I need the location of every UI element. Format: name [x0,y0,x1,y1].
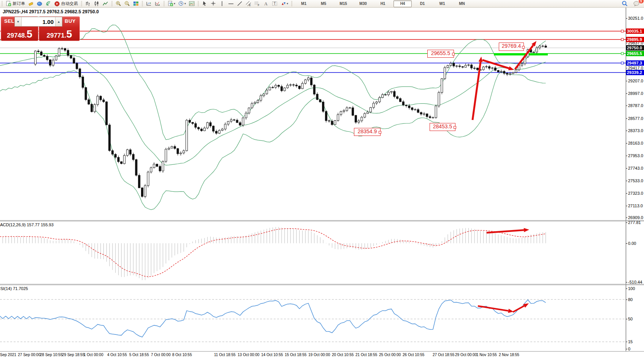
candlestick-mode-button[interactable] [92,0,101,7]
horizontal-line-tool-button[interactable] [227,0,235,7]
pane-separator[interactable] [0,220,644,221]
macd-axis-tick: 0.00 [628,241,636,246]
highlighter-button[interactable] [27,0,35,7]
date-label: 26 Oct 10:55 [403,353,424,357]
toolbar-grip[interactable] [198,1,199,6]
toolbar-grip[interactable] [291,1,292,6]
equidistant-channel-tool-button[interactable]: E [244,0,253,7]
chart-symbol-line: JPN225-,H4 29717.5 29762.5 29682.5 29750… [3,9,99,14]
trendline-tool-button[interactable] [235,0,244,7]
svg-text:F: F [258,4,259,6]
notification-badge: 1 [638,0,644,4]
search-button[interactable] [620,0,630,7]
timeframe-bar: M1M5M15M30H1H4D1W1MN [294,0,472,7]
price-tick: 28787.0 [628,103,643,108]
new-order-icon [6,1,11,6]
date-label: 21 Oct 18:55 [355,353,377,357]
price-callout-29655.5[interactable]: 29655.5 [427,50,454,58]
bar-chart-mode-button[interactable] [84,0,92,7]
add-indicator-button[interactable]: ▾ [166,0,177,7]
timeframe-M30[interactable]: M30 [354,0,372,7]
volume-increase-button[interactable]: ▲ [55,17,62,26]
price-callout-28453.5[interactable]: 28453.5 [430,123,455,131]
date-label: 4 Oct 10:55 [107,353,127,357]
chevron-down-icon: ▾ [287,2,288,5]
new-order-button[interactable]: 新订单 [4,0,27,7]
price-callout-28354.9[interactable]: 28354.9 [354,128,381,136]
templates-button[interactable] [187,0,196,7]
macd-canvas[interactable] [0,221,626,284]
date-label: 20 Oct 10:55 [332,353,354,357]
cursor-tool-button[interactable] [200,0,209,7]
fibonacci-tool-button[interactable]: F [253,0,262,7]
notifications-button[interactable]: 1 [632,0,642,7]
tile-windows-button[interactable] [132,0,140,7]
toolbar-grip[interactable] [142,1,143,6]
new-order-label: 新订单 [13,1,25,6]
signal-button[interactable] [44,0,53,7]
arrows-tool-button[interactable]: ▾ [279,0,290,7]
timeframe-H4[interactable]: H4 [393,0,412,7]
date-label: 27 Oct 18:55 [433,353,454,357]
zoom-in-button[interactable] [114,0,123,7]
trendline-icon [237,1,243,6]
toolbar-grip[interactable] [111,1,113,6]
price-chart-canvas[interactable] [0,8,626,220]
depth-of-market-button[interactable] [35,0,44,7]
timeframe-MN[interactable]: MN [453,0,471,7]
crosshair-tool-button[interactable] [209,0,218,7]
vertical-line-icon [219,1,225,6]
autotrading-button[interactable]: 自动交易 [53,0,79,7]
rsi-axis-tick: 100 [628,286,635,291]
timeframe-M15[interactable]: M15 [334,0,352,7]
timeframe-M1[interactable]: M1 [295,0,313,7]
arrow-shapes-icon [281,1,286,6]
buy-label: BUY [65,18,76,24]
price-level-label: 29895.9 [626,37,644,42]
price-tick: 26909.0 [628,215,643,220]
timeframe-M5[interactable]: M5 [314,0,333,7]
sell-price-fraction: 5 [27,28,32,40]
price-level-label: 29339.2 [626,70,644,75]
line-chart-mode-button[interactable] [101,0,110,7]
vertical-line-tool-button[interactable] [218,0,227,7]
callout-anchor [522,46,525,49]
templates-icon [189,1,195,6]
period-clock-button[interactable]: ▾ [177,0,187,7]
price-tick: 27113.0 [628,203,643,208]
price-tick: 29207.0 [628,79,643,83]
zoom-out-button[interactable] [123,0,132,7]
date-label: 1 Oct 00:00 [84,353,103,357]
toolbar-grip[interactable] [2,1,3,6]
rsi-canvas[interactable] [0,285,626,351]
time-axis[interactable]: Sep 202127 Sep 00:0028 Sep 10:5529 Sep 1… [0,352,644,358]
callout-anchor [454,126,456,129]
zoom-in-icon [116,1,121,6]
toolbar-grip[interactable] [163,1,165,6]
clock-icon [178,1,184,6]
price-callout-29769.4[interactable]: 29769.4 [499,43,524,51]
tile-windows-icon [133,1,139,6]
price-tick: 27323.0 [628,191,643,196]
date-label: 14 Oct 10:55 [261,353,283,357]
autotrading-icon [54,1,60,6]
timeframe-H1[interactable]: H1 [374,0,392,7]
toolbar-grip[interactable] [81,1,82,6]
date-label: 11 Oct 18:55 [214,353,236,357]
price-tick: 27743.0 [628,166,643,170]
depth-of-market-icon [37,1,43,6]
text-label-tool-button[interactable]: T [270,0,279,7]
buy-price: 29771.5 [39,30,79,39]
zoom-out-icon [124,1,130,6]
volume-decrease-button[interactable]: ▼ [15,17,22,26]
text-tool-button[interactable]: A [262,0,270,7]
pane-separator[interactable] [0,284,644,284]
date-label: Sep 2021 [0,353,16,357]
svg-text:A: A [264,1,268,6]
navigator-window-button[interactable] [153,0,162,7]
price-tick: 27953.0 [628,153,643,158]
volume-input[interactable] [22,17,55,26]
data-window-button[interactable] [144,0,153,7]
timeframe-W1[interactable]: W1 [433,0,451,7]
timeframe-D1[interactable]: D1 [413,0,431,7]
